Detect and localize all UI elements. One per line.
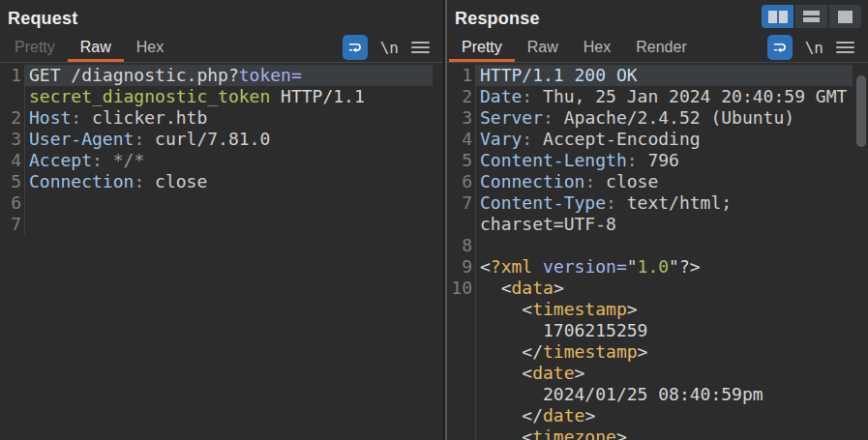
word-wrap-button[interactable] <box>343 35 368 60</box>
code-segment: clicker.htb <box>92 107 207 128</box>
code-segment: HTTP/1.1 <box>270 86 365 106</box>
request-title: Request <box>8 9 434 29</box>
code-segment: > <box>554 278 564 298</box>
code-segment: : <box>606 192 627 213</box>
word-wrap-button[interactable] <box>767 35 793 60</box>
code-text: Host: clicker.htb <box>25 107 433 129</box>
hamburger-menu-icon[interactable] <box>836 42 854 53</box>
tab-response-pretty[interactable]: Pretty <box>449 33 515 62</box>
code-text: Connection: close <box>25 171 433 192</box>
layout-columns-button[interactable] <box>762 5 793 28</box>
code-text: <date> <box>476 363 853 384</box>
code-segment: > <box>638 341 648 362</box>
line-number: 10 <box>447 278 476 299</box>
line-number <box>447 426 476 440</box>
message-editor-split: Request Pretty Raw Hex \n <box>0 0 868 440</box>
code-line: </timestamp> <box>447 341 868 363</box>
line-number: 3 <box>447 107 476 129</box>
code-segment: Accept <box>29 150 92 170</box>
code-line: secret_diagnostic_token HTTP/1.1 <box>0 86 443 107</box>
tab-request-hex[interactable]: Hex <box>124 33 176 62</box>
code-segment: 2024/01/25 08:40:59pm <box>480 384 763 404</box>
line-number: 1 <box>0 65 25 86</box>
line-number: 3 <box>0 129 25 150</box>
code-text <box>476 235 853 256</box>
code-text: Date: Thu, 25 Jan 2024 20:40:59 GMT <box>476 86 853 107</box>
code-text: Content-Length: 796 <box>476 150 853 171</box>
word-wrap-icon <box>772 40 788 55</box>
code-segment: close <box>155 171 207 191</box>
code-segment: ?xml <box>491 256 532 277</box>
code-segment: : <box>543 107 564 128</box>
tab-request-pretty[interactable]: Pretty <box>2 33 68 62</box>
code-text: 2024/01/25 08:40:59pm <box>476 384 853 405</box>
code-segment: > <box>584 405 595 425</box>
request-editor[interactable]: 1GET /diagnostic.php?token=secret_diagno… <box>0 63 443 440</box>
code-text: secret_diagnostic_token HTTP/1.1 <box>25 86 433 107</box>
rows-layout-icon <box>803 11 820 22</box>
tab-response-raw[interactable]: Raw <box>515 33 571 62</box>
line-number <box>447 320 476 341</box>
show-newlines-button[interactable]: \n <box>805 39 823 57</box>
tab-request-raw[interactable]: Raw <box>68 33 124 62</box>
line-number: 5 <box>0 171 25 192</box>
code-line: 3User-Agent: curl/7.81.0 <box>0 129 443 150</box>
code-segment: </ <box>480 405 543 425</box>
code-text: </timestamp> <box>476 341 853 363</box>
code-line: 6 <box>0 192 443 214</box>
response-editor[interactable]: 1HTTP/1.1 200 OK2Date: Thu, 25 Jan 2024 … <box>447 63 868 440</box>
code-segment: Thu, 25 Jan 2024 20:40:59 GMT <box>543 86 847 106</box>
code-segment: Connection <box>480 171 584 191</box>
layout-rows-button[interactable] <box>795 5 827 28</box>
code-segment: User-Agent <box>29 129 134 149</box>
code-segment: data <box>512 278 554 298</box>
code-segment: > <box>616 426 627 440</box>
code-segment: "?> <box>669 256 701 277</box>
code-line: 3Server: Apache/2.4.52 (Ubuntu) <box>447 107 868 129</box>
code-segment: timezone <box>532 426 616 440</box>
request-panel: Request Pretty Raw Hex \n <box>0 0 443 440</box>
code-text: GET /diagnostic.php?token= <box>25 65 433 86</box>
code-text: <?xml version="1.0"?> <box>476 256 853 278</box>
code-segment: : <box>522 86 543 106</box>
code-text: User-Agent: curl/7.81.0 <box>25 129 433 150</box>
code-text: 1706215259 <box>476 320 853 341</box>
code-text: <timezone> <box>476 426 853 440</box>
code-segment: date <box>532 363 574 383</box>
code-segment: curl/7.81.0 <box>155 129 270 149</box>
code-segment: Host <box>29 107 71 128</box>
line-number: 8 <box>447 235 476 256</box>
code-text: <timestamp> <box>476 299 853 320</box>
code-segment: text/html; <box>627 192 732 213</box>
show-newlines-button[interactable]: \n <box>380 39 399 57</box>
code-line: 4Accept: */* <box>0 150 443 171</box>
code-segment: charset=UTF-8 <box>480 214 616 234</box>
code-segment: Accept-Encoding <box>543 129 701 149</box>
code-text: Connection: close <box>476 171 853 192</box>
code-line: 7 <box>0 214 443 235</box>
code-segment: Connection <box>29 171 134 191</box>
layout-single-button[interactable] <box>829 5 861 28</box>
code-text <box>25 192 433 214</box>
line-number: 4 <box>447 129 476 150</box>
line-number: 7 <box>0 214 25 235</box>
code-segment: Server <box>480 107 543 128</box>
line-number: 6 <box>447 171 476 192</box>
code-segment: secret_diagnostic_token <box>29 86 270 106</box>
code-line: 4Vary: Accept-Encoding <box>447 129 868 150</box>
layout-switcher <box>762 5 861 28</box>
line-number: 2 <box>0 107 25 129</box>
code-segment: */* <box>113 150 145 170</box>
hamburger-menu-icon[interactable] <box>411 42 430 53</box>
code-segment: close <box>606 171 658 191</box>
code-text: charset=UTF-8 <box>476 214 853 235</box>
request-tabbar: Pretty Raw Hex \n <box>0 33 443 63</box>
tab-response-render[interactable]: Render <box>623 33 699 62</box>
scrollbar-thumb[interactable] <box>856 75 866 147</box>
code-line: 8 <box>447 235 868 256</box>
columns-layout-icon <box>768 11 788 23</box>
tab-response-hex[interactable]: Hex <box>571 33 623 62</box>
code-line: 6Connection: close <box>447 171 868 192</box>
code-line: 1706215259 <box>447 320 868 341</box>
code-line: 2024/01/25 08:40:59pm <box>447 384 868 405</box>
